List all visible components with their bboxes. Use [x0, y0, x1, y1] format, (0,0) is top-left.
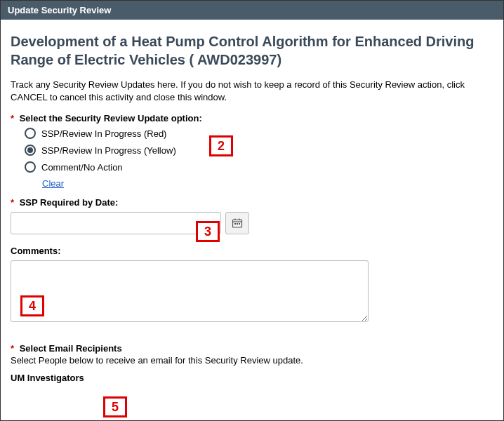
review-option-label-text: Select the Security Review Update option…	[20, 113, 202, 123]
date-label-text: SSP Required by Date:	[20, 197, 119, 208]
svg-rect-5	[237, 223, 238, 225]
investigators-heading: UM Investigators	[11, 373, 493, 383]
required-mark: *	[11, 113, 14, 123]
radio-icon	[25, 128, 36, 139]
page-title: Development of a Heat Pump Control Algor…	[11, 32, 493, 69]
recipients-help: Select People below to receive an email …	[11, 355, 493, 366]
required-mark: *	[11, 343, 14, 354]
callout-5: 5	[103, 396, 127, 417]
intro-text: Track any Security Review Updates here. …	[11, 79, 493, 103]
calendar-icon	[232, 218, 243, 229]
radio-option-yellow[interactable]: SSP/Review In Progress (Yellow)	[25, 145, 493, 156]
date-input[interactable]	[11, 212, 221, 234]
window-header: Update Security Review	[1, 1, 503, 20]
radio-icon	[25, 161, 36, 173]
clear-link[interactable]: Clear	[42, 178, 64, 189]
recipients-label: * Select Email Recipients	[11, 343, 493, 354]
radio-option-comment[interactable]: Comment/No Action	[25, 161, 493, 173]
date-label: * SSP Required by Date:	[11, 197, 493, 208]
date-section: * SSP Required by Date:	[11, 197, 493, 234]
content-area: Development of a Heat Pump Control Algor…	[1, 20, 503, 383]
required-mark: *	[11, 197, 14, 208]
comments-label: Comments:	[11, 246, 493, 256]
review-option-section: * Select the Security Review Update opti…	[11, 113, 493, 197]
recipients-label-text: Select Email Recipients	[20, 343, 122, 354]
window-title: Update Security Review	[8, 5, 111, 15]
review-option-label: * Select the Security Review Update opti…	[11, 113, 493, 123]
radio-label: SSP/Review In Progress (Red)	[41, 128, 166, 139]
radio-group: SSP/Review In Progress (Red) SSP/Review …	[25, 128, 493, 173]
radio-label: Comment/No Action	[41, 162, 123, 173]
comments-section: Comments:	[11, 246, 493, 322]
radio-label: SSP/Review In Progress (Yellow)	[41, 145, 176, 156]
radio-icon	[25, 145, 36, 156]
svg-rect-4	[234, 223, 236, 225]
radio-option-red[interactable]: SSP/Review In Progress (Red)	[25, 128, 493, 139]
svg-rect-6	[239, 223, 240, 225]
calendar-button[interactable]	[225, 212, 249, 234]
comments-textarea[interactable]	[11, 260, 369, 322]
recipients-section: * Select Email Recipients Select People …	[11, 343, 493, 366]
date-row	[11, 212, 493, 234]
